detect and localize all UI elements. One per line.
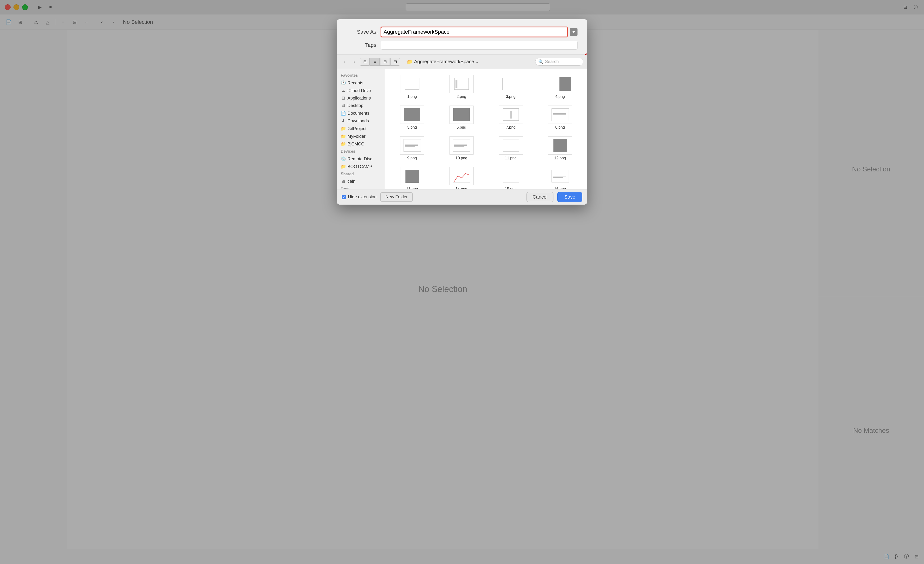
save-as-input[interactable]: [381, 27, 568, 37]
thumb-14: [450, 167, 474, 186]
applications-icon: 🖥: [341, 96, 345, 101]
sidebar-recents-label: Recents: [348, 81, 363, 85]
file-name-15: 15.png: [505, 187, 517, 189]
icloud-icon: ☁: [341, 88, 345, 93]
thumb-12: [548, 136, 572, 154]
thumb-3: [499, 75, 523, 93]
sidebar-documents-label: Documents: [348, 111, 369, 116]
thumb-5: [400, 106, 424, 124]
file-name-13: 13.png: [406, 187, 418, 189]
sidebar-item-remotedisc[interactable]: 💿 Remote Disc: [337, 155, 385, 163]
cain-icon: 🖥: [341, 179, 345, 184]
gallery-view-btn[interactable]: ⊟: [390, 58, 400, 66]
file-item-4[interactable]: 4.png: [537, 73, 583, 101]
sidebar-item-gitproject[interactable]: 📁 GitProject: [337, 125, 385, 132]
downloads-icon: ⬇: [341, 118, 345, 124]
sidebar-myfolder-label: MyFolder: [348, 134, 366, 139]
thumb-7: [499, 106, 523, 124]
file-name-8: 8.png: [555, 125, 565, 130]
nav-back-button[interactable]: ‹: [341, 58, 348, 66]
file-item-9[interactable]: 9.png: [389, 135, 435, 162]
tags-title: Tags: [337, 185, 385, 189]
file-item-10[interactable]: 10.png: [438, 135, 484, 162]
file-item-5[interactable]: 5.png: [389, 103, 435, 132]
thumb-2: [450, 75, 474, 93]
file-name-3: 3.png: [506, 94, 515, 99]
sidebar-item-cain[interactable]: 🖥 cain: [337, 178, 385, 185]
file-item-1[interactable]: 1.png: [389, 73, 435, 101]
save-as-row: Save As:: [346, 27, 578, 37]
file-item-16[interactable]: 16.png: [537, 165, 583, 189]
shared-title: Shared: [337, 171, 385, 178]
sidebar-bjcmcc-label: BjCMCC: [348, 142, 364, 147]
expand-dialog-button[interactable]: [570, 28, 578, 36]
sidebar-item-recents[interactable]: 🕐 Recents: [337, 79, 385, 87]
sidebar-item-bootcamp[interactable]: 📁 BOOTCAMP: [337, 163, 385, 171]
column-view-btn[interactable]: ⊟: [380, 58, 390, 66]
search-field[interactable]: 🔍 Search: [535, 58, 583, 66]
list-view-btn[interactable]: ≡: [370, 58, 380, 66]
cancel-button[interactable]: Cancel: [526, 192, 554, 202]
nav-forward-button[interactable]: ›: [350, 58, 358, 66]
hide-extension-checkbox[interactable]: ✓: [342, 195, 346, 199]
dialog-header: Save As: Tags:: [337, 19, 587, 55]
save-dialog: Save As: Tags: ‹ › ⊞: [337, 19, 587, 205]
bjcmcc-icon: 📁: [341, 141, 345, 147]
thumb-10: [450, 136, 474, 154]
sidebar-item-desktop[interactable]: 🖥 Desktop: [337, 102, 385, 109]
sidebar-item-downloads[interactable]: ⬇ Downloads: [337, 117, 385, 125]
devices-title: Devices: [337, 148, 385, 155]
sidebar-cain-label: cain: [348, 179, 356, 184]
dialog-overlay: Save As: Tags: ‹ › ⊞: [0, 0, 924, 564]
dialog-footer: ✓ Hide extension New Folder Cancel Save: [337, 189, 587, 205]
file-name-6: 6.png: [456, 125, 466, 130]
file-item-14[interactable]: 14.png: [438, 165, 484, 189]
recents-icon: 🕐: [341, 80, 345, 85]
sidebar-icloud-label: iCloud Drive: [348, 88, 371, 93]
file-item-8[interactable]: 8.png: [537, 103, 583, 132]
tags-row: Tags:: [346, 41, 578, 49]
dialog-body: Favorites 🕐 Recents ☁ iCloud Drive 🖥 App…: [337, 69, 587, 189]
dialog-nav: ‹ › ⊞ ≡ ⊟ ⊟ 📁 AggregateFrameworkSpace ⌄ …: [337, 55, 587, 69]
file-name-9: 9.png: [407, 156, 417, 160]
hide-extension-label: Hide extension: [348, 194, 376, 199]
sidebar-applications-label: Applications: [348, 96, 371, 101]
new-folder-button[interactable]: New Folder: [380, 192, 412, 202]
file-grid: 1.png 2.png 3.png: [385, 69, 587, 189]
sidebar-downloads-label: Downloads: [348, 118, 369, 124]
dialog-sidebar: Favorites 🕐 Recents ☁ iCloud Drive 🖥 App…: [337, 69, 385, 189]
file-item-11[interactable]: 11.png: [488, 135, 534, 162]
file-item-7[interactable]: 7.png: [488, 103, 534, 132]
file-item-3[interactable]: 3.png: [488, 73, 534, 101]
sidebar-item-myfolder[interactable]: 📁 MyFolder: [337, 132, 385, 140]
thumb-15: [499, 167, 523, 186]
favorites-title: Favorites: [337, 72, 385, 79]
file-name-2: 2.png: [456, 94, 466, 99]
location-button[interactable]: 📁 AggregateFrameworkSpace ⌄: [404, 58, 482, 66]
thumb-8: [548, 106, 572, 124]
view-buttons: ⊞ ≡ ⊟ ⊟: [360, 58, 400, 66]
file-name-7: 7.png: [506, 125, 515, 130]
icon-view-btn[interactable]: ⊞: [360, 58, 370, 66]
sidebar-item-icloud[interactable]: ☁ iCloud Drive: [337, 87, 385, 94]
file-item-12[interactable]: 12.png: [537, 135, 583, 162]
sidebar-item-documents[interactable]: 📄 Documents: [337, 109, 385, 117]
file-item-13[interactable]: 13.png: [389, 165, 435, 189]
file-item-6[interactable]: 6.png: [438, 103, 484, 132]
bootcamp-icon: 📁: [341, 164, 345, 169]
thumb-1: [400, 75, 424, 93]
sidebar-item-applications[interactable]: 🖥 Applications: [337, 94, 385, 102]
sidebar-item-bjcmcc[interactable]: 📁 BjCMCC: [337, 140, 385, 148]
save-button[interactable]: Save: [557, 192, 582, 202]
file-item-2[interactable]: 2.png: [438, 73, 484, 101]
save-as-label: Save As:: [346, 29, 378, 35]
file-item-15[interactable]: 15.png: [488, 165, 534, 189]
file-name-14: 14.png: [456, 187, 467, 189]
sidebar-remotedisc-label: Remote Disc: [348, 157, 372, 162]
gitproject-icon: 📁: [341, 126, 345, 131]
sidebar-gitproject-label: GitProject: [348, 126, 366, 131]
file-name-12: 12.png: [554, 156, 566, 160]
thumb-6: [450, 106, 474, 124]
tags-input[interactable]: [381, 41, 578, 49]
file-name-4: 4.png: [555, 94, 565, 99]
